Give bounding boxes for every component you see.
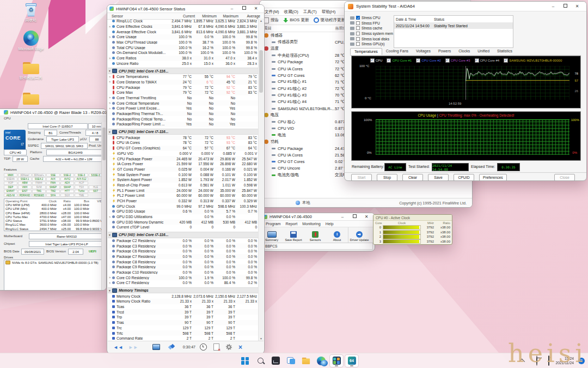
sensor-row[interactable]: >Core Temperatures77 °C55 °C94 °C79 °C	[108, 74, 259, 80]
menu-item-monitoring[interactable]: Monitoring	[302, 221, 321, 226]
checkbox[interactable]	[356, 21, 360, 25]
tray-overflow-chevron-icon[interactable]	[519, 358, 525, 364]
sensor-row[interactable]: Trcd39 T39 T39 T	[108, 309, 259, 315]
drives-listbox[interactable]: NVMe 4x 8.0 GT/s SAMSUNG MZVLB1T0HBLR-00…	[4, 260, 104, 291]
maximize-button[interactable]	[238, 5, 250, 12]
checkbox[interactable]	[356, 42, 360, 46]
expand-chevron-icon[interactable]: >	[108, 75, 112, 79]
sensor-row[interactable]: Package C2 Residency0.0 %0.0 %0.0 %0.0 %	[108, 238, 259, 244]
sensor-row[interactable]: Package/Ring Critical Temp...NoNoNo	[108, 116, 259, 122]
sensor-row[interactable]: CPU GT Cores (Graphics)64 °C57 °C67 °C64…	[108, 146, 259, 151]
legend-checkbox[interactable]	[370, 58, 375, 63]
sensor-row[interactable]: Average Effective Clock3,841.6 MHz813.6 …	[108, 29, 259, 34]
checkbox[interactable]	[356, 26, 360, 30]
sensor-row[interactable]: Uncore Ratio25.0 x15.0 x36.0 x28.3 x	[108, 61, 259, 67]
stress-option[interactable]: Stress GPU(s)	[350, 41, 393, 47]
expand-chevron-icon[interactable]: >	[108, 96, 112, 99]
sensor-row[interactable]: >Core Critical TemperatureNoNoNo	[108, 100, 259, 106]
preferences-button[interactable]: Preferences	[479, 174, 507, 181]
sensor-row[interactable]: Max CPU/Thread Usage100.0 %38.7 %100.0 %…	[108, 40, 259, 45]
stress-option[interactable]: Stress FPU	[350, 21, 393, 26]
sensor-row[interactable]: Ring/LLC Clock2,494.7 MHz1,895.7 MHz3,62…	[108, 19, 259, 24]
sensor-group-header[interactable]: ▾Memory Timings	[108, 287, 259, 294]
legend-item[interactable]: CPU Core #3	[445, 58, 470, 63]
tab-powers[interactable]: Powers	[434, 48, 455, 55]
sensor-row[interactable]: Package C9 Residency0.0 %0.0 %0.0 %0.0 %	[108, 264, 259, 270]
expand-chevron-icon[interactable]: >	[108, 25, 112, 28]
sensor-row[interactable]: >GPU D3D Utilizations0.0 %0.0 %	[108, 214, 259, 220]
tab-voltages[interactable]: Voltages	[412, 48, 434, 55]
edge-button[interactable]	[314, 354, 328, 367]
cpu-select-dropdown[interactable]: CPU #0	[4, 149, 27, 155]
tab-unified[interactable]: Unified	[474, 48, 493, 55]
toolbar-button[interactable]: 报告	[264, 17, 279, 23]
window-titlebar[interactable]: CPU #0 - Active Clock	[373, 215, 452, 221]
window-titlebar[interactable]: HWiNFO64 v7.06-4500 – ✕	[261, 213, 375, 221]
expand-chevron-icon[interactable]: >	[108, 80, 112, 83]
sensor-row[interactable]: GPU D3D Memory Dynamic420 MB412 MB530 MB…	[108, 219, 259, 225]
collapse-chevron-icon[interactable]: ▾	[108, 69, 112, 73]
sensor-row[interactable]: System Agent Power1.852 W1.793 W2.017 W1…	[108, 177, 259, 183]
sensor-row[interactable]: Tras90 T90 T90 T	[108, 320, 259, 325]
tab-temperatures[interactable]: Temperatures	[350, 48, 382, 55]
close-window-button[interactable]: Close	[554, 174, 575, 181]
search-button[interactable]	[253, 354, 267, 367]
sensor-row[interactable]: Package/Ring Thermal Th...NoNoNo	[108, 111, 259, 117]
sensor-row[interactable]: Trc129 T129 T129 T	[108, 325, 259, 331]
menu-item[interactable]: 帮助(H)	[322, 9, 336, 15]
start-button[interactable]: Start	[351, 174, 372, 181]
back-arrows-button[interactable]: ◄◄	[113, 345, 123, 350]
vertical-scrollbar[interactable]	[101, 122, 106, 290]
close-button[interactable]: ✕	[250, 5, 262, 12]
tab-statistics[interactable]: Statistics	[493, 48, 516, 55]
collapse-chevron-icon[interactable]: ▾	[108, 289, 112, 292]
expand-chevron-icon[interactable]: >	[108, 276, 112, 279]
legend-item[interactable]: SAMSUNG MZVLB1T0HBLR-00000	[504, 58, 562, 63]
sensor-row[interactable]: Package C8 Residency0.0 %0.0 %0.0 %0.0 %	[108, 259, 259, 264]
sensor-row[interactable]: Package C10 Residency0.0 %0.0 %0.0 %0.0 …	[108, 270, 259, 275]
drive-row[interactable]: NVMe 4x 8.0 GT/s SAMSUNG MZVLB1T0HBLR-00…	[4, 260, 103, 265]
stress-option[interactable]: Stress CPU	[350, 15, 393, 21]
desktop-icon-folder[interactable]	[14, 93, 48, 106]
tab-clocks[interactable]: Clocks	[455, 48, 474, 55]
menu-item-help[interactable]: Help	[326, 221, 334, 226]
close-sensors-button[interactable]: ×	[238, 343, 242, 351]
network-tray-icon[interactable]	[536, 356, 537, 366]
monitor-config-button[interactable]	[152, 344, 160, 350]
desktop-icon-folder-tools[interactable]: 软件检测工具	[14, 62, 48, 81]
sensor-row[interactable]: CPU IA Cores78 °C72 °C93 °C83 °C	[108, 140, 259, 146]
sensor-row[interactable]: PL1 Power Limit24.000 W24.000 W35.000 W2…	[108, 188, 259, 193]
expand-chevron-icon[interactable]: >	[108, 215, 112, 219]
expand-chevron-icon[interactable]: >	[108, 107, 112, 110]
save-button[interactable]: Save	[428, 174, 449, 181]
toolbar-button[interactable]: BIOS 更新	[283, 17, 309, 23]
stress-option[interactable]: Stress local disks	[350, 36, 393, 41]
file-explorer-button[interactable]	[299, 354, 313, 367]
desktop-icon-recycle-bin[interactable]: ♻ 回收站	[14, 3, 48, 23]
menu-item-report[interactable]: Report	[286, 221, 298, 226]
collapse-chevron-icon[interactable]: ▾	[108, 233, 112, 237]
stop-button[interactable]: Stop	[377, 174, 397, 181]
menu-item[interactable]: 收藏(O)	[284, 9, 298, 15]
sensor-row[interactable]: Core Max79 °C72 °C92 °C83 °C	[108, 90, 259, 95]
scroll-up-arrow[interactable]: ▲	[259, 19, 264, 23]
legend-item[interactable]: CPU Core #1	[387, 58, 412, 63]
tab-cooling-fans[interactable]: Cooling Fans	[382, 48, 412, 55]
scrollbar-thumb[interactable]	[102, 128, 106, 160]
aida64-taskbar-button[interactable]: 64	[345, 354, 359, 367]
sensor-row[interactable]: >Core Power Limit Excee...YesNoYes	[108, 106, 259, 111]
checkbox[interactable]	[356, 37, 360, 41]
maximize-button[interactable]	[348, 214, 360, 220]
sensor-group-header[interactable]: ▾CPU [#0]: Intel Core i7-116...	[108, 232, 259, 238]
sensor-row[interactable]: iGPU VID0.000 V0.000 V0.685 V0.001 V	[108, 151, 259, 156]
sensor-row[interactable]: GT Cores Power0.025 W0.004 W0.166 W0.021…	[108, 167, 259, 172]
sensor-row[interactable]: CPU Package78 °C72 °C93 °C83 °C	[108, 135, 259, 140]
checkbox[interactable]	[356, 16, 360, 20]
sensor-row[interactable]: Tcas36 T36 T36 T	[108, 304, 259, 310]
checkbox[interactable]	[356, 32, 360, 35]
sensor-row[interactable]: IA Cores Power21.599 W17.556 W26.898 W22…	[108, 161, 259, 167]
legend-item[interactable]: CPU Core #4	[475, 58, 500, 63]
hwinfo-taskbar-button[interactable]	[329, 354, 344, 367]
sensor-row[interactable]: >Core Distance to TjMAX24 °C6 °C45 °C21 …	[108, 80, 259, 85]
expand-chevron-icon[interactable]: >	[108, 281, 112, 285]
